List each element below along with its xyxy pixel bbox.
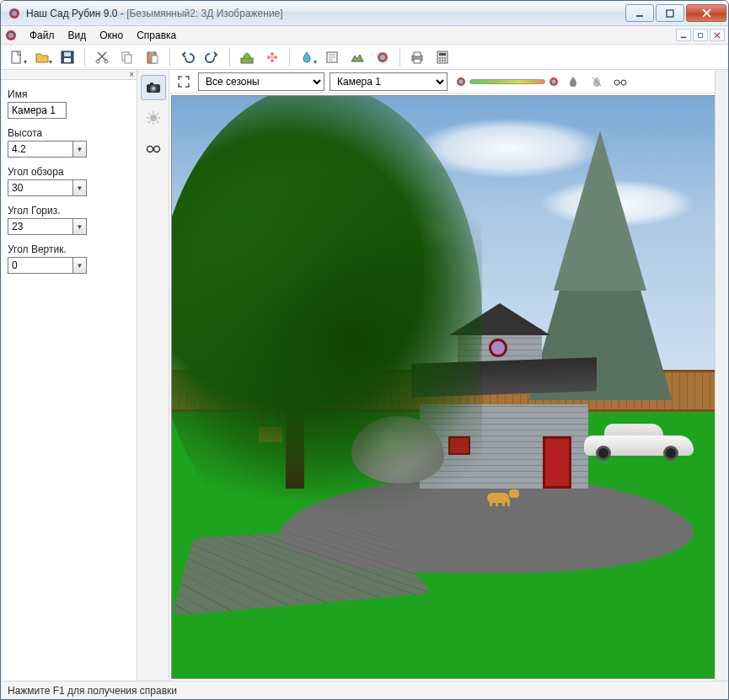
fov-dropdown-button[interactable]: ▼ xyxy=(73,179,87,196)
vertical-scrollbar[interactable] xyxy=(715,70,728,681)
sun-tool-button[interactable] xyxy=(141,105,166,131)
quality-slider-group xyxy=(456,77,559,87)
calculator-button[interactable] xyxy=(432,46,453,68)
shadow-toggle-button[interactable] xyxy=(564,72,582,91)
note-button[interactable] xyxy=(321,46,343,68)
minimize-button[interactable] xyxy=(625,4,654,22)
quality-low-icon xyxy=(456,77,466,87)
height-input[interactable] xyxy=(8,141,73,158)
field-name: Имя xyxy=(8,88,130,119)
name-label: Имя xyxy=(8,88,130,100)
undo-button[interactable] xyxy=(176,46,198,68)
3d-viewport[interactable] xyxy=(171,95,716,679)
svg-point-45 xyxy=(153,147,159,152)
app-icon xyxy=(8,7,21,20)
paste-button[interactable] xyxy=(142,46,163,68)
svg-rect-11 xyxy=(64,58,71,62)
fov-input[interactable] xyxy=(8,179,73,196)
svg-rect-2 xyxy=(636,15,643,17)
droplet-off-icon xyxy=(590,75,603,88)
panel-close-button[interactable]: × xyxy=(129,70,134,79)
new-button[interactable]: ▾ xyxy=(6,46,28,68)
glasses-small-icon xyxy=(613,75,628,88)
camera-icon xyxy=(145,79,162,96)
mdi-minimize-button[interactable] xyxy=(676,29,691,41)
svg-point-51 xyxy=(621,80,626,85)
svg-rect-18 xyxy=(152,56,158,63)
menu-file[interactable]: Файл xyxy=(23,28,62,43)
flowers-button[interactable] xyxy=(261,46,283,68)
fit-view-button[interactable] xyxy=(174,72,193,91)
svg-point-43 xyxy=(150,115,157,121)
sun-icon xyxy=(145,110,162,126)
properties-panel: × Имя Высота ▼ Угол обзора xyxy=(1,70,137,681)
open-button[interactable]: ▾ xyxy=(31,46,53,68)
height-dropdown-button[interactable]: ▼ xyxy=(73,141,87,158)
svg-point-21 xyxy=(271,52,274,56)
name-input[interactable] xyxy=(8,102,67,119)
mdi-close-button[interactable] xyxy=(710,29,725,41)
svg-rect-32 xyxy=(439,53,446,56)
viewport-column: Все сезоны Камера 1 xyxy=(169,70,728,681)
main-area: × Имя Высота ▼ Угол обзора xyxy=(1,70,728,681)
fov-label: Угол обзора xyxy=(8,166,130,178)
svg-point-50 xyxy=(614,80,619,85)
svg-rect-35 xyxy=(444,57,446,59)
plants-button[interactable] xyxy=(236,46,258,68)
side-tools xyxy=(137,70,169,681)
svg-point-20 xyxy=(271,56,274,59)
camera-select[interactable]: Камера 1 xyxy=(330,72,448,91)
quality-high-icon xyxy=(549,77,559,87)
quality-slider[interactable] xyxy=(469,79,545,84)
svg-rect-30 xyxy=(414,59,421,63)
render-button[interactable] xyxy=(372,46,394,68)
watering-button[interactable]: ▾ xyxy=(296,46,318,68)
panel-body: Имя Высота ▼ Угол обзора ▼ xyxy=(1,80,137,282)
mdi-buttons xyxy=(676,29,725,41)
stereo-toggle-button[interactable] xyxy=(611,72,630,91)
svg-point-1 xyxy=(12,11,17,16)
car xyxy=(584,422,694,461)
title-sep: - xyxy=(117,8,126,19)
droplet-icon xyxy=(566,75,580,88)
toolbar-sep xyxy=(399,48,400,67)
menu-view[interactable]: Вид xyxy=(62,28,94,43)
terrain-button[interactable] xyxy=(346,46,368,68)
ver-dropdown-button[interactable]: ▼ xyxy=(73,257,87,274)
svg-rect-37 xyxy=(442,60,443,61)
svg-rect-38 xyxy=(444,60,446,61)
hor-input[interactable] xyxy=(8,218,73,235)
rain-toggle-button[interactable] xyxy=(587,72,606,91)
toolbar-sep xyxy=(84,48,85,67)
deciduous-tree xyxy=(171,95,482,550)
height-label: Высота xyxy=(8,127,130,139)
svg-rect-34 xyxy=(442,57,443,59)
mdi-restore-button[interactable] xyxy=(693,29,708,41)
menu-help[interactable]: Справка xyxy=(130,28,183,43)
ver-input[interactable] xyxy=(8,257,73,274)
hor-dropdown-button[interactable]: ▼ xyxy=(73,218,87,235)
cut-button[interactable] xyxy=(91,46,113,68)
menu-window[interactable]: Окно xyxy=(93,28,130,43)
season-select[interactable]: Все сезоны xyxy=(198,72,324,91)
copy-button[interactable] xyxy=(116,46,138,68)
view-toolbar: Все сезоны Камера 1 xyxy=(169,70,728,94)
field-hor-angle: Угол Гориз. ▼ xyxy=(8,205,130,235)
toolbar-sep xyxy=(229,48,230,67)
glasses-icon xyxy=(145,140,162,157)
save-button[interactable] xyxy=(56,46,78,68)
house-door xyxy=(543,436,571,489)
hor-label: Угол Гориз. xyxy=(8,205,130,216)
walk-tool-button[interactable] xyxy=(141,136,166,161)
titlebar: Наш Сад Рубин 9.0 - [Безымянный2: 3Д Изо… xyxy=(1,1,728,26)
maximize-button[interactable] xyxy=(656,4,684,22)
close-button[interactable] xyxy=(686,4,726,22)
svg-rect-42 xyxy=(150,83,153,85)
field-ver-angle: Угол Вертик. ▼ xyxy=(8,243,130,274)
redo-button[interactable] xyxy=(201,46,223,68)
print-button[interactable] xyxy=(406,46,428,68)
svg-rect-17 xyxy=(150,51,153,54)
app-window: Наш Сад Рубин 9.0 - [Безымянный2: 3Д Изо… xyxy=(0,0,729,700)
svg-rect-8 xyxy=(12,51,20,63)
camera-tool-button[interactable] xyxy=(141,75,166,100)
